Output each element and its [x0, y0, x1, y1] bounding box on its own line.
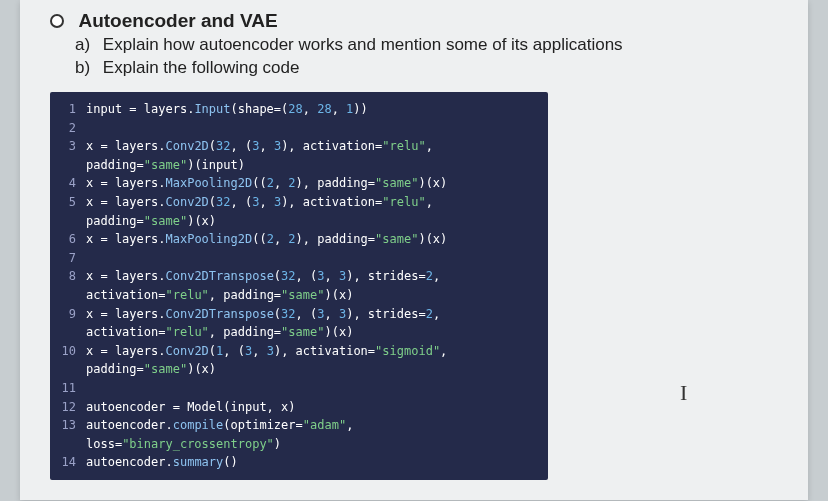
code-line: 4x = layers.MaxPooling2D((2, 2), padding… — [56, 174, 536, 193]
code-line: activation="relu", padding="same")(x) — [56, 323, 536, 342]
code-line: padding="same")(input) — [56, 156, 536, 175]
code-line: activation="relu", padding="same")(x) — [56, 286, 536, 305]
label-b: b) — [75, 58, 90, 77]
code-line: 10x = layers.Conv2D(1, (3, 3), activatio… — [56, 342, 536, 361]
bullet-icon — [50, 14, 64, 28]
heading-row: Autoencoder and VAE — [50, 10, 778, 32]
document-page: Autoencoder and VAE a) Explain how autoe… — [20, 0, 808, 500]
subitem-b: b) Explain the following code — [75, 58, 778, 78]
code-line: 6x = layers.MaxPooling2D((2, 2), padding… — [56, 230, 536, 249]
text-b: Explain the following code — [103, 58, 300, 77]
code-line: 7 — [56, 249, 536, 268]
subitem-a: a) Explain how autoencoder works and men… — [75, 35, 778, 55]
code-line: 11 — [56, 379, 536, 398]
label-a: a) — [75, 35, 90, 54]
code-line: loss="binary_crossentropy") — [56, 435, 536, 454]
code-line: 1input = layers.Input(shape=(28, 28, 1)) — [56, 100, 536, 119]
code-line: 14autoencoder.summary() — [56, 453, 536, 472]
code-line: 8x = layers.Conv2DTranspose(32, (3, 3), … — [56, 267, 536, 286]
text-a: Explain how autoencoder works and mentio… — [103, 35, 623, 54]
text-cursor: I — [680, 380, 687, 406]
code-line: 2 — [56, 119, 536, 138]
page-title: Autoencoder and VAE — [78, 10, 277, 32]
code-line: 12autoencoder = Model(input, x) — [56, 398, 536, 417]
code-block: 1input = layers.Input(shape=(28, 28, 1))… — [50, 92, 548, 480]
code-line: padding="same")(x) — [56, 212, 536, 231]
code-line: 5x = layers.Conv2D(32, (3, 3), activatio… — [56, 193, 536, 212]
code-line: 13autoencoder.compile(optimizer="adam", — [56, 416, 536, 435]
code-line: padding="same")(x) — [56, 360, 536, 379]
code-line: 9x = layers.Conv2DTranspose(32, (3, 3), … — [56, 305, 536, 324]
code-line: 3x = layers.Conv2D(32, (3, 3), activatio… — [56, 137, 536, 156]
